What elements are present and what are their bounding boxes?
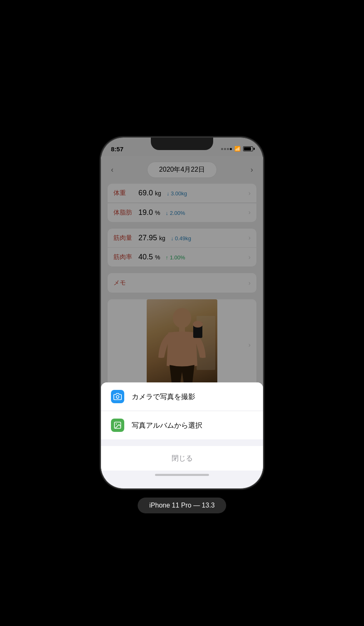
camera-action-label: カメラで写真を撮影 (132, 392, 195, 402)
action-sheet: カメラで写真を撮影 写真アルバムから選択 (101, 382, 263, 488)
home-indicator (155, 474, 209, 476)
svg-point-8 (116, 424, 117, 425)
svg-point-6 (116, 396, 119, 399)
cancel-label: 閉じる (172, 453, 193, 463)
signal-icon (221, 148, 232, 150)
cancel-action-item[interactable]: 閉じる (101, 446, 263, 471)
camera-icon (111, 390, 124, 403)
phone-frame: 8:57 📶 ‹ (101, 138, 263, 488)
battery-icon (243, 146, 253, 151)
photos-icon (111, 419, 124, 432)
photos-action-label: 写真アルバムから選択 (132, 421, 202, 430)
photos-action-item[interactable]: 写真アルバムから選択 (101, 411, 263, 439)
app-content: ‹ 2020年4月22日 › 体重 69.0 kg ↓ 3.00kg (101, 156, 263, 488)
phone-screen: 8:57 📶 ‹ (101, 138, 263, 488)
device-label: iPhone 11 Pro — 13.3 (138, 498, 226, 513)
status-icons: 📶 (221, 146, 253, 152)
wifi-icon: 📶 (234, 146, 241, 152)
action-sheet-separator (101, 439, 263, 443)
notch (151, 138, 213, 150)
status-time: 8:57 (111, 145, 123, 153)
camera-action-item[interactable]: カメラで写真を撮影 (101, 382, 263, 411)
